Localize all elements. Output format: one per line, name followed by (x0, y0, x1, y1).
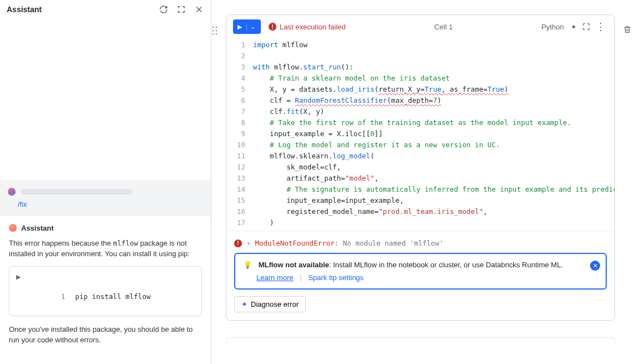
code-line[interactable]: 12 sk_model=clf, (226, 162, 615, 173)
next-cell-peek (226, 337, 615, 345)
code-line[interactable]: 13 artifact_path="model", (226, 173, 615, 184)
fix-command[interactable]: /fix (18, 200, 203, 208)
line-number: 14 (226, 184, 253, 195)
assistant-code-snippet: ▶ 1pip install mlflow (9, 266, 202, 316)
redacted-username (21, 189, 132, 195)
line-number: 6 (226, 95, 253, 106)
error-name: ModuleNotFoundError (255, 239, 335, 247)
code-content[interactable]: artifact_path="model", (253, 173, 608, 184)
execution-status: ! Last execution failed (269, 23, 346, 31)
code-line[interactable]: 9 input_example = X.iloc[[0]] (226, 128, 615, 139)
chevron-down-icon[interactable]: ⌄ (246, 23, 259, 31)
code-content[interactable]: # The signature is automatically inferre… (253, 184, 615, 195)
code-line[interactable]: 1import mlflow (226, 39, 615, 51)
svg-point-5 (216, 33, 217, 35)
hint-box: ✕ 💡 MLflow not available: Install MLflow… (234, 253, 607, 290)
code-content[interactable]: clf = RandomForestClassifier(max_depth=7… (253, 95, 608, 106)
bulb-icon: 💡 (243, 261, 252, 269)
svg-point-0 (212, 27, 214, 28)
assistant-title: Assistant (7, 5, 42, 14)
execution-status-text: Last execution failed (280, 23, 346, 31)
assistant-header: Assistant (0, 0, 211, 19)
code-content[interactable]: # Log the model and register it as a new… (253, 139, 608, 151)
code-line[interactable]: 16 registered_model_name="prod.ml_team.i… (226, 206, 615, 217)
error-line: ! › ModuleNotFoundError : No module name… (234, 237, 607, 253)
code-content[interactable]: # Take the first row of the training dat… (253, 117, 608, 128)
code-line[interactable]: 17 ) (226, 217, 615, 228)
code-line[interactable]: 10 # Log the model and register it as a … (226, 139, 615, 151)
drag-handle-icon[interactable] (211, 26, 221, 37)
svg-point-4 (212, 33, 214, 35)
code-content[interactable] (253, 51, 608, 62)
line-number: 15 (226, 195, 253, 206)
svg-point-3 (216, 30, 217, 32)
code-content[interactable]: sk_model=clf, (253, 162, 608, 173)
code-line[interactable]: 2 (226, 51, 615, 62)
code-line[interactable]: 8 # Take the first row of the training d… (226, 117, 615, 128)
snippet-lineno: 1 (49, 292, 65, 301)
code-line[interactable]: 7 clf.fit(X, y) (226, 106, 615, 117)
run-button[interactable]: ▶ ⌄ (233, 19, 261, 34)
code-line[interactable]: 15 input_example=input_example, (226, 195, 615, 206)
code-content[interactable]: registered_model_name="prod.ml_team.iris… (253, 206, 608, 217)
svg-point-1 (216, 27, 217, 28)
code-editor[interactable]: 1import mlflow23with mlflow.start_run():… (226, 38, 615, 231)
code-line[interactable]: 5 X, y = datasets.load_iris(return_X_y=T… (226, 84, 615, 95)
code-line[interactable]: 4 # Train a sklearn model on the iris da… (226, 73, 615, 84)
cell-language[interactable]: Python (542, 23, 564, 31)
line-number: 8 (226, 117, 253, 128)
fullscreen-icon[interactable] (581, 22, 591, 32)
code-content[interactable]: input_example = X.iloc[[0]] (253, 128, 608, 139)
user-prompt-block: /fix (0, 181, 211, 216)
code-content[interactable]: mlflow.sklearn.log_model( (253, 151, 608, 162)
line-number: 11 (226, 151, 253, 162)
code-line[interactable]: 3with mlflow.start_run(): (226, 62, 615, 73)
code-content[interactable]: with mlflow.start_run(): (253, 62, 608, 73)
assistant-reply-title: Assistant (21, 224, 54, 232)
code-content[interactable]: # Train a sklearn model on the iris data… (253, 73, 608, 84)
hint-close-button[interactable]: ✕ (590, 261, 600, 271)
spark-tip-link[interactable]: Spark tip settings (308, 273, 364, 282)
cell-label: Cell 1 (346, 23, 542, 31)
assistant-avatar (9, 224, 17, 232)
expand-error-icon[interactable]: › (246, 239, 251, 247)
delete-cell-icon[interactable] (622, 24, 632, 34)
svg-point-2 (212, 30, 214, 32)
code-content[interactable]: X, y = datasets.load_iris(return_X_y=Tru… (253, 84, 608, 95)
user-avatar (8, 188, 16, 196)
cell-output: ! › ModuleNotFoundError : No module name… (226, 231, 615, 320)
line-number: 10 (226, 139, 253, 151)
code-content[interactable]: ) (253, 217, 608, 228)
more-icon[interactable]: ⋮ (596, 23, 606, 31)
assistant-paragraph-1: This error happens because the mlflow pa… (9, 238, 202, 260)
assistant-paragraph-2: Once you've installed this package, you … (9, 324, 202, 346)
snippet-code: pip install mlflow (75, 292, 150, 301)
code-line[interactable]: 14 # The signature is automatically infe… (226, 184, 615, 195)
line-number: 12 (226, 162, 253, 173)
code-content[interactable]: input_example=input_example, (253, 195, 608, 206)
line-number: 13 (226, 173, 253, 184)
code-content[interactable]: clf.fit(X, y) (253, 106, 608, 117)
line-number: 16 (226, 206, 253, 217)
play-icon: ▶ (237, 23, 242, 31)
learn-more-link[interactable]: Learn more (256, 273, 293, 282)
code-content[interactable]: import mlflow (253, 39, 608, 51)
line-number: 17 (226, 217, 253, 228)
expand-icon[interactable] (176, 4, 186, 14)
line-number: 4 (226, 73, 253, 84)
assistant-reply: Assistant This error happens because the… (0, 216, 211, 364)
cell-toolbar: ▶ ⌄ ! Last execution failed Cell 1 Pytho… (226, 15, 615, 38)
ai-sparkle-icon[interactable]: ✦ (571, 23, 577, 31)
line-number: 2 (226, 51, 253, 62)
line-number: 9 (226, 128, 253, 139)
hint-title: 💡 MLflow not available: Install MLflow i… (243, 261, 598, 269)
close-icon[interactable] (194, 4, 204, 14)
code-line[interactable]: 6 clf = RandomForestClassifier(max_depth… (226, 95, 615, 106)
line-number: 1 (226, 39, 253, 51)
diagnose-error-button[interactable]: ✦ Diagnose error (234, 296, 306, 312)
line-number: 5 (226, 84, 253, 95)
code-line[interactable]: 11 mlflow.sklearn.log_model( (226, 151, 615, 162)
line-number: 7 (226, 106, 253, 117)
refresh-icon[interactable] (158, 4, 169, 14)
snippet-run-icon[interactable]: ▶ (16, 273, 21, 281)
